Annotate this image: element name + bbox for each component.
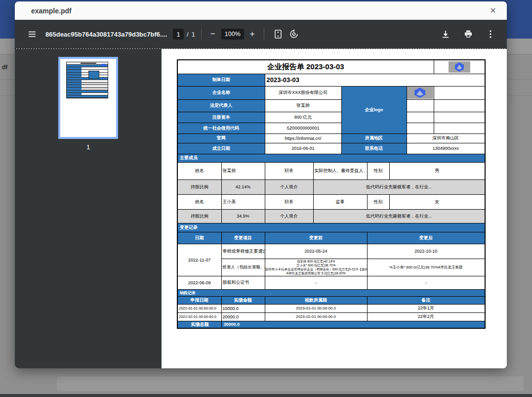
- member-gender-label: 性别: [367, 162, 389, 179]
- page-separator: /: [187, 31, 189, 38]
- empty-cell: [407, 112, 434, 123]
- changes-col-before: 变更前: [265, 232, 367, 244]
- empty-cell: [434, 99, 485, 112]
- tax-col-period: 税款所属期: [265, 296, 367, 304]
- current-page-input[interactable]: 1: [173, 29, 184, 40]
- phone-value: 1304900xxxx: [407, 143, 485, 154]
- member-name-label: 姓名: [177, 162, 221, 179]
- download-button[interactable]: [438, 26, 453, 42]
- background-footer-panel: [57, 376, 524, 391]
- print-icon: [463, 29, 473, 39]
- region-value: 深圳市南山区: [407, 133, 485, 143]
- empty-cell: [407, 123, 434, 133]
- zoom-in-button[interactable]: +: [247, 28, 258, 40]
- change-after: -: [367, 276, 485, 289]
- investor-line: A市区龙王集团有限公司 5.2(亿元)18.00%: [265, 271, 367, 275]
- member-intro-label: 个人简介: [265, 209, 313, 223]
- change-item: 章程或章程修正案通过日期: [221, 244, 265, 259]
- hamburger-icon: [28, 30, 37, 39]
- fit-to-page-icon: [273, 29, 283, 39]
- change-after: 2022-10-10: [367, 244, 485, 259]
- pdf-viewer-body: 1 企业报告单 2023-03-03: [15, 48, 507, 368]
- close-icon[interactable]: ✕: [487, 5, 499, 17]
- changes-section-header: 变更记录: [177, 223, 485, 232]
- toolbar-divider: [264, 29, 264, 40]
- change-date: 2022-11-07: [177, 244, 221, 276]
- member-share-label: 持股比例: [177, 179, 221, 194]
- region-label: 所属地区: [341, 133, 407, 143]
- member-share: 34.9%: [221, 209, 265, 223]
- hexagon-logo-icon: [449, 61, 470, 73]
- tax-period: 2023-02-01 00:00:00.0: [265, 312, 367, 321]
- report-corner-logo-cell: [434, 60, 485, 74]
- legal-rep-label: 法定代表人: [177, 99, 265, 112]
- changes-col-item: 变更项目: [221, 232, 265, 244]
- dialog-header: example.pdf ✕: [15, 1, 507, 20]
- member-role-label: 职务: [265, 162, 313, 179]
- credit-code-label: 统一社会信用代码: [177, 123, 265, 133]
- page-indicator: 1 / 1: [173, 29, 195, 40]
- investor-line: 张某帅 800.0(亿元)42.14%: [265, 260, 367, 264]
- member-name-label: 姓名: [177, 194, 221, 209]
- investor-line: 深圳市小卡拉米企业管理合伙企业（有限合伙）690.0(万元)0.01%【退出】: [265, 267, 367, 271]
- founded-date-label: 成立日期: [177, 143, 265, 154]
- changes-col-after: 变更后: [367, 232, 485, 244]
- member-gender: 男: [389, 162, 485, 179]
- made-date-label: 制单日期: [177, 74, 265, 86]
- thumbnail-corner-logo: [101, 64, 106, 66]
- website-label: 官网: [177, 133, 265, 143]
- thumbnail-logo-block: [88, 71, 99, 79]
- change-item: 股权和公证书: [221, 276, 265, 289]
- tax-section-header: 纳税记录: [177, 289, 485, 296]
- credit-code-value: SZ00000000001: [265, 123, 341, 133]
- phone-label: 联系电话: [341, 143, 407, 154]
- change-before-investors: 张某帅 800.0(亿元)42.14% 王小美* 600.0(亿元)38.70%…: [265, 259, 367, 276]
- company-logo-image-cell: [407, 86, 434, 99]
- background-partial-cell-text: df: [2, 64, 7, 71]
- members-section-header: 主要成员: [177, 154, 485, 162]
- company-logo-small: [449, 61, 470, 73]
- empty-cell: [434, 112, 485, 123]
- more-options-button[interactable]: [483, 26, 498, 42]
- rotate-counterclockwise-icon: [289, 29, 299, 39]
- zoom-out-button[interactable]: −: [207, 28, 218, 40]
- made-date-value: 2023-03-03: [265, 74, 485, 86]
- tax-total-value: 30000.0: [221, 321, 485, 328]
- member-role-label: 职务: [265, 194, 313, 209]
- investor-line: 王小美* 600.0(亿元)38.70%: [265, 264, 367, 267]
- member-name: 张某帅: [221, 162, 265, 179]
- member-role: 监事: [313, 194, 367, 209]
- company-name-label: 企业名称: [177, 86, 265, 99]
- member-gender-label: 性别: [367, 194, 389, 209]
- background-bottom-bar: [0, 394, 532, 397]
- change-item: 投资人（包括出资额、出资方式、: [221, 259, 265, 276]
- download-icon: [441, 29, 450, 39]
- fit-to-page-button[interactable]: [270, 26, 286, 42]
- legal-rep-value: 张某帅: [265, 99, 341, 112]
- tax-amount: 10000.0: [221, 304, 265, 312]
- menu-button[interactable]: [25, 27, 40, 42]
- document-id: 865deac95b764a3081743a79d3bc7bf6....: [45, 31, 169, 38]
- website-value: https://informat.cn/: [265, 133, 341, 143]
- print-button[interactable]: [460, 26, 476, 42]
- member-intro: 低代码行业先驱领军者，在行业...: [313, 209, 485, 223]
- tax-col-date: 申报日期: [177, 296, 221, 304]
- tax-col-amount: 实缴金额: [221, 296, 265, 304]
- tax-total-label: 实缴总额: [177, 321, 221, 328]
- toolbar-divider: [201, 29, 202, 40]
- kebab-menu-icon: [486, 29, 495, 39]
- tax-period: 2023-01-01 00:00:00.0: [265, 304, 367, 312]
- tax-note: 22年2月: [367, 312, 485, 321]
- pdf-page: 企业报告单 2023-03-03 制单日期 2023-03-03: [162, 49, 507, 368]
- empty-cell: [407, 99, 434, 112]
- page-1-thumbnail[interactable]: [58, 57, 118, 139]
- hexagon-logo-icon: [407, 87, 433, 99]
- member-intro: 低代码行业先驱领军者，在行业...: [313, 179, 485, 194]
- founded-date-value: 2016-06-01: [265, 143, 341, 154]
- thumbnail-page-preview: [60, 59, 116, 137]
- member-name: 王小美: [221, 194, 265, 209]
- zoom-level[interactable]: 100%: [221, 29, 244, 40]
- pdf-toolbar: 865deac95b764a3081743a79d3bc7bf6.... 1 /…: [15, 20, 507, 48]
- rotate-button[interactable]: [286, 26, 302, 42]
- registered-capital-label: 注册资本: [177, 112, 265, 123]
